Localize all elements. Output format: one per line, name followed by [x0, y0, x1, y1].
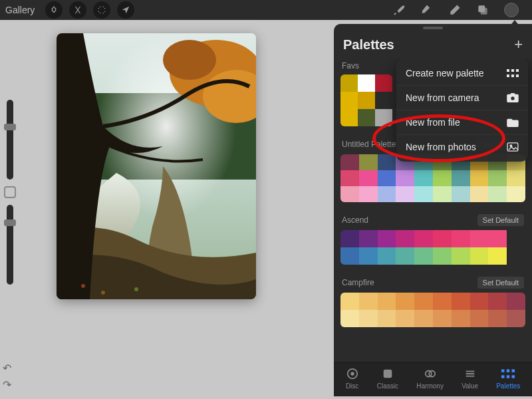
swatch[interactable] [414, 230, 433, 247]
swatch[interactable] [414, 310, 433, 327]
swatch[interactable] [414, 293, 433, 310]
palette-name[interactable]: Campfire [342, 278, 374, 287]
tab-classic[interactable]: Classic [377, 368, 398, 390]
swatch[interactable] [359, 186, 378, 202]
menu-item-image[interactable]: New from photos [396, 134, 528, 159]
swatch[interactable] [470, 170, 489, 186]
layers-icon[interactable] [476, 3, 489, 17]
tab-palettes[interactable]: Palettes [496, 368, 520, 390]
swatch[interactable] [433, 170, 452, 186]
swatch[interactable] [358, 92, 375, 109]
swatch[interactable] [340, 230, 359, 247]
swatch[interactable] [340, 310, 359, 327]
swatch[interactable] [433, 186, 452, 202]
palette-name[interactable]: Ascend [342, 215, 368, 225]
palette-swatches[interactable] [340, 230, 525, 265]
swatch[interactable] [414, 170, 433, 186]
swatch[interactable] [433, 230, 452, 247]
swatch[interactable] [359, 154, 378, 170]
swatch[interactable] [507, 230, 525, 247]
swatch[interactable] [340, 293, 359, 310]
menu-item-grid[interactable]: Create new palette [396, 61, 528, 85]
swatch[interactable] [452, 247, 470, 265]
palette-name[interactable]: Untitled Palette [342, 140, 396, 149]
brush-opacity-slider[interactable] [7, 205, 13, 285]
swatch[interactable] [358, 109, 375, 126]
canvas[interactable] [57, 33, 256, 299]
swatch[interactable] [340, 92, 358, 109]
swatch[interactable] [359, 310, 378, 327]
swatch[interactable] [340, 170, 359, 186]
swatch[interactable] [396, 293, 414, 310]
swatch[interactable] [340, 186, 359, 202]
swatch[interactable] [375, 92, 392, 109]
swatch[interactable] [488, 247, 507, 265]
swatch[interactable] [375, 74, 392, 92]
eraser-icon[interactable] [448, 3, 462, 17]
swatch[interactable] [488, 186, 507, 202]
swatch[interactable] [488, 293, 507, 310]
swatch[interactable] [340, 74, 358, 92]
swatch[interactable] [452, 293, 470, 310]
menu-item-camera[interactable]: New from camera [396, 85, 528, 110]
swatch[interactable] [452, 186, 470, 202]
transform-icon[interactable] [117, 1, 134, 19]
add-palette-button[interactable]: + [514, 36, 523, 53]
swatch[interactable] [470, 247, 489, 265]
swatch[interactable] [378, 230, 396, 247]
swatch[interactable] [359, 293, 378, 310]
swatch[interactable] [488, 170, 507, 186]
swatch[interactable] [433, 310, 452, 327]
swatch[interactable] [433, 247, 452, 265]
swatch[interactable] [359, 170, 378, 186]
palette-name[interactable]: Favs [342, 61, 359, 70]
swatch[interactable] [470, 310, 489, 327]
swatch[interactable] [396, 170, 414, 186]
adjustments-icon[interactable] [69, 1, 86, 19]
swatch[interactable] [452, 230, 470, 247]
swatch[interactable] [452, 310, 470, 327]
set-default-button[interactable]: Set Default [477, 277, 524, 289]
swatch[interactable] [488, 310, 507, 327]
color-picker-icon[interactable] [504, 3, 519, 17]
swatch[interactable] [378, 293, 396, 310]
swatch[interactable] [359, 247, 378, 265]
smudge-icon[interactable] [420, 3, 434, 17]
swatch[interactable] [414, 247, 433, 265]
swatch[interactable] [507, 310, 525, 327]
tab-value[interactable]: Value [462, 368, 478, 390]
palette-swatches[interactable] [340, 293, 525, 327]
swatch[interactable] [378, 154, 396, 170]
swatch[interactable] [378, 310, 396, 327]
swatch[interactable] [488, 230, 507, 247]
swatch[interactable] [340, 247, 359, 265]
swatch[interactable] [433, 293, 452, 310]
swatch[interactable] [452, 170, 470, 186]
swatch[interactable] [378, 186, 396, 202]
gallery-button[interactable]: Gallery [5, 5, 35, 15]
brush-icon[interactable] [392, 3, 406, 17]
swatch[interactable] [470, 293, 489, 310]
swatch[interactable] [414, 186, 433, 202]
palette-swatches[interactable] [340, 74, 392, 126]
swatch[interactable] [470, 230, 489, 247]
swatch[interactable] [359, 230, 378, 247]
set-default-button[interactable]: Set Default [477, 214, 524, 226]
actions-icon[interactable] [45, 1, 63, 19]
brush-size-slider[interactable] [7, 100, 13, 180]
swatch[interactable] [507, 247, 525, 265]
swatch[interactable] [375, 109, 392, 126]
swatch[interactable] [396, 310, 414, 327]
tab-harmony[interactable]: Harmony [416, 368, 444, 390]
menu-item-folder[interactable]: New from file [396, 110, 528, 134]
redo-icon[interactable]: ↷ [3, 378, 11, 391]
swatch[interactable] [358, 74, 375, 92]
tab-disc[interactable]: Disc [346, 368, 359, 390]
swatch[interactable] [378, 247, 396, 265]
swatch[interactable] [507, 293, 525, 310]
swatch[interactable] [396, 230, 414, 247]
swatch[interactable] [396, 247, 414, 265]
swatch[interactable] [340, 109, 358, 126]
swatch[interactable] [507, 186, 525, 202]
modify-button[interactable] [4, 186, 16, 198]
